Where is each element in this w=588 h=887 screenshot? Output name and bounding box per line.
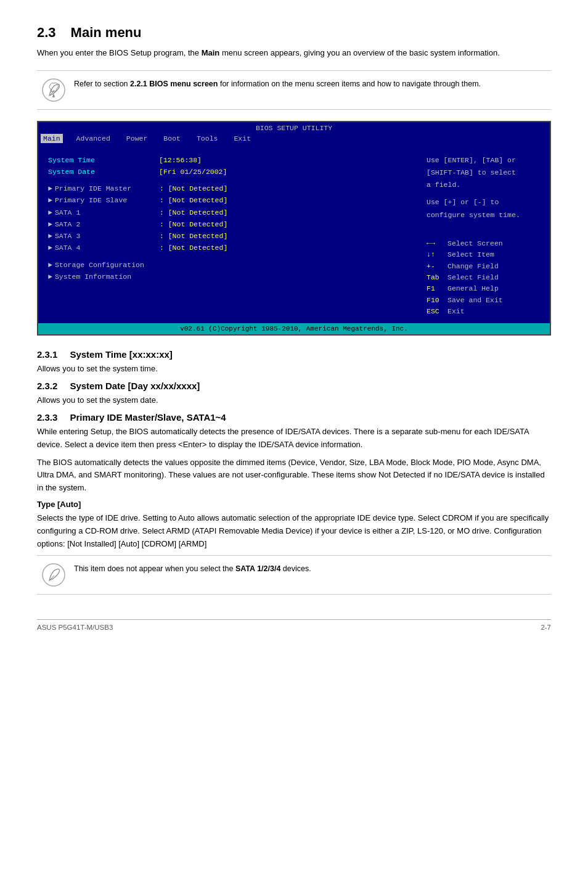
bios-menu-bar: Main Advanced Power Boot Tools Exit xyxy=(38,133,550,144)
note-box-2: This item does not appear when you selec… xyxy=(37,555,551,595)
bios-menu-power[interactable]: Power xyxy=(124,134,150,143)
svg-point-2 xyxy=(43,564,65,586)
bios-device-sata3: ► SATA 3 : [Not Detected] xyxy=(48,231,410,241)
bios-device-primary-ide-master: ► Primary IDE Master : [Not Detected] xyxy=(48,183,410,194)
page-title: Main menu xyxy=(71,25,142,41)
section-number: 2.3 xyxy=(37,25,56,41)
bios-left-panel: System Time [12:56:38] System Date [Fri … xyxy=(43,147,415,320)
bios-help-2: [SHIFT-TAB] to select xyxy=(427,167,540,178)
bios-device-sata4: ► SATA 4 : [Not Detected] xyxy=(48,242,410,253)
type-auto-heading: Type [Auto] xyxy=(37,500,551,509)
sub233-body2: The BIOS automatically detects the value… xyxy=(37,456,551,495)
note-icon xyxy=(42,78,65,102)
bios-title-bar: BIOS SETUP UTILITY xyxy=(38,122,550,133)
system-date-value: [Fri 01/25/2002] xyxy=(159,167,227,177)
bios-footer: v02.61 (C)Copyright 1985-2010, American … xyxy=(38,323,550,334)
bios-help-4: Use [+] or [-] to xyxy=(427,197,540,207)
svg-point-0 xyxy=(43,79,65,101)
bios-screen: BIOS SETUP UTILITY Main Advanced Power B… xyxy=(37,121,551,336)
intro-text: When you enter the BIOS Setup program, t… xyxy=(37,47,551,59)
bios-system-info: ► System Information xyxy=(48,271,410,282)
system-time-label: System Time xyxy=(48,155,159,165)
bios-device-sata2: ► SATA 2 : [Not Detected] xyxy=(48,219,410,229)
sub231-title: System Time [xx:xx:xx] xyxy=(70,349,172,360)
page-footer: ASUS P5G41T-M/USB3 2-7 xyxy=(37,619,551,631)
bios-device-primary-ide-slave: ► Primary IDE Slave : [Not Detected] xyxy=(48,195,410,205)
note-text-2: This item does not appear when you selec… xyxy=(74,563,311,575)
sub233-body1: While entering Setup, the BIOS automatic… xyxy=(37,426,551,452)
bios-content: System Time [12:56:38] System Date [Fri … xyxy=(38,144,550,324)
bios-device-sata1: ► SATA 1 : [Not Detected] xyxy=(48,207,410,218)
sub233-title: Primary IDE Master/Slave, SATA1~4 xyxy=(70,412,226,423)
bios-help-3: a field. xyxy=(427,179,540,190)
system-time-value: [12:56:38] xyxy=(159,155,202,165)
type-auto-body: Selects the type of IDE drive. Setting t… xyxy=(37,512,551,550)
bios-nav-table: ←→Select Screen ↓↑Select Item +-Change F… xyxy=(427,238,540,318)
bios-menu-exit[interactable]: Exit xyxy=(231,134,253,143)
footer-right: 2-7 xyxy=(541,624,551,631)
sub232-title: System Date [Day xx/xx/xxxx] xyxy=(70,381,200,391)
bios-menu-main[interactable]: Main xyxy=(41,134,63,143)
bios-menu-tools[interactable]: Tools xyxy=(194,134,221,143)
sub232-body: Allows you to set the system date. xyxy=(37,394,551,407)
bios-menu-boot[interactable]: Boot xyxy=(161,134,183,143)
system-date-label: System Date xyxy=(48,167,159,177)
sub231-number: 2.3.1 xyxy=(37,349,57,360)
sub232-number: 2.3.2 xyxy=(37,381,57,391)
note-text-1: Refer to section 2.2.1 BIOS menu screen … xyxy=(74,78,481,90)
bios-help-5: configure system time. xyxy=(427,210,540,220)
sub233-number: 2.3.3 xyxy=(37,412,57,423)
bios-storage-config: ► Storage Configuration xyxy=(48,260,410,270)
bios-right-panel: Use [ENTER], [TAB] or [SHIFT-TAB] to sel… xyxy=(422,147,545,320)
note-box-1: Refer to section 2.2.1 BIOS menu screen … xyxy=(37,70,551,110)
bios-help-1: Use [ENTER], [TAB] or xyxy=(427,155,540,165)
footer-left: ASUS P5G41T-M/USB3 xyxy=(37,624,113,631)
bios-menu-advanced[interactable]: Advanced xyxy=(74,134,113,143)
note-icon-2 xyxy=(42,563,65,587)
sub231-body: Allows you to set the system time. xyxy=(37,363,551,376)
